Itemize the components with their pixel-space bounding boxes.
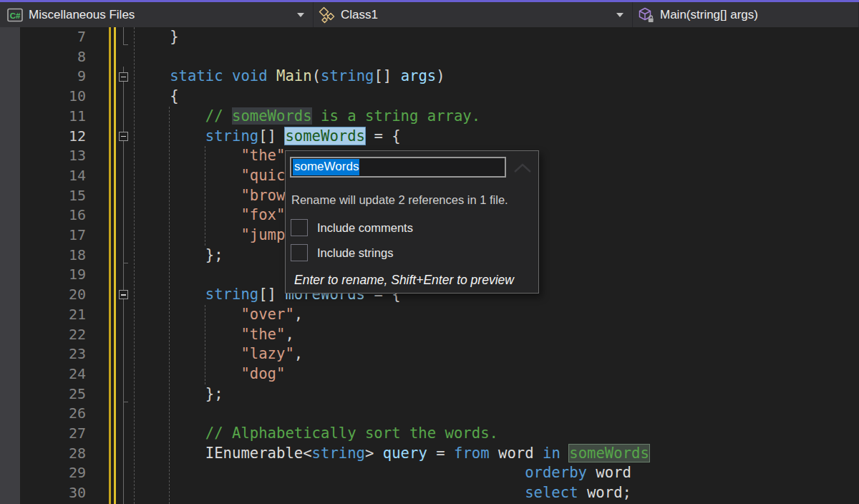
vs-editor-window: C# Miscellaneous Files Class1 (0, 0, 859, 504)
csharp-file-icon: C# (6, 6, 24, 24)
code-line-29[interactable]: orderby word (0, 463, 859, 483)
chevron-down-icon (616, 13, 623, 17)
checkbox-icon[interactable] (291, 244, 308, 261)
include-strings-checkbox[interactable]: Include strings (291, 244, 393, 261)
code-line-9[interactable]: static void Main(string[] args) (0, 67, 859, 87)
method-private-icon (638, 6, 655, 24)
checkbox-icon[interactable] (291, 219, 308, 236)
code-line-26[interactable] (0, 404, 859, 424)
code-line-23[interactable]: "lazy", (0, 344, 859, 364)
fold-collapse-marker[interactable] (119, 132, 128, 141)
rename-references-message: Rename will update 2 references in 1 fil… (291, 193, 508, 207)
include-comments-label: Include comments (317, 221, 413, 235)
type-dropdown[interactable]: Class1 (314, 2, 633, 27)
include-comments-checkbox[interactable]: Include comments (291, 219, 413, 236)
fold-collapse-marker[interactable] (119, 72, 128, 82)
project-dropdown[interactable]: C# Miscellaneous Files (0, 2, 314, 27)
rename-popup: someWords Rename will update 2 reference… (285, 150, 539, 294)
rename-input-selected-text: someWords (293, 159, 359, 175)
type-dropdown-label: Class1 (341, 8, 378, 22)
code-line-21[interactable]: "over", (0, 305, 859, 325)
code-line-10[interactable]: { (0, 87, 859, 107)
member-dropdown[interactable]: Main(string[] args) (633, 2, 859, 27)
code-line-30[interactable]: select word; (0, 483, 859, 503)
code-line-11[interactable]: // someWords is a string array. (0, 107, 859, 127)
class-icon (319, 6, 336, 24)
include-strings-label: Include strings (317, 246, 393, 260)
code-line-27[interactable]: // Alphabetically sort the words. (0, 424, 859, 444)
code-line-24[interactable]: "dog" (0, 364, 859, 384)
navigation-bar: C# Miscellaneous Files Class1 (0, 2, 859, 27)
svg-text:C#: C# (10, 11, 21, 19)
code-line-28[interactable]: IEnumerable<string> query = from word in… (0, 444, 859, 464)
member-dropdown-label: Main(string[] args) (660, 8, 758, 22)
code-line-25[interactable]: }; (0, 384, 859, 404)
code-line-12[interactable]: string[] someWords = { (0, 127, 859, 147)
code-line-7[interactable]: } (0, 27, 859, 47)
code-line-22[interactable]: "the", (0, 325, 859, 345)
project-dropdown-label: Miscellaneous Files (29, 8, 135, 22)
code-line-8[interactable] (0, 47, 859, 67)
rename-hint-text: Enter to rename, Shift+Enter to preview (294, 273, 514, 288)
chevron-down-icon (297, 13, 304, 17)
rename-input[interactable]: someWords (290, 157, 506, 178)
chevron-up-icon[interactable] (513, 163, 532, 176)
fold-collapse-marker[interactable] (119, 290, 128, 299)
